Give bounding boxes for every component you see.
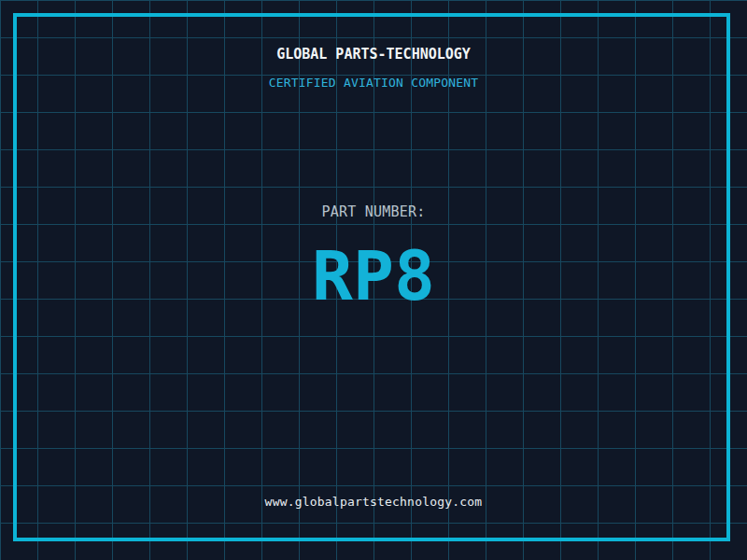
label-plate: GLOBAL PARTS-TECHNOLOGY CERTIFIED AVIATI… — [0, 0, 747, 560]
website-url: www.globalpartstechnology.com — [0, 496, 747, 508]
company-name: GLOBAL PARTS-TECHNOLOGY — [0, 48, 747, 62]
certification-subtitle: CERTIFIED AVIATION COMPONENT — [0, 77, 747, 89]
part-number-label: PART NUMBER: — [0, 205, 747, 219]
part-number-value: RP8 — [0, 242, 747, 310]
